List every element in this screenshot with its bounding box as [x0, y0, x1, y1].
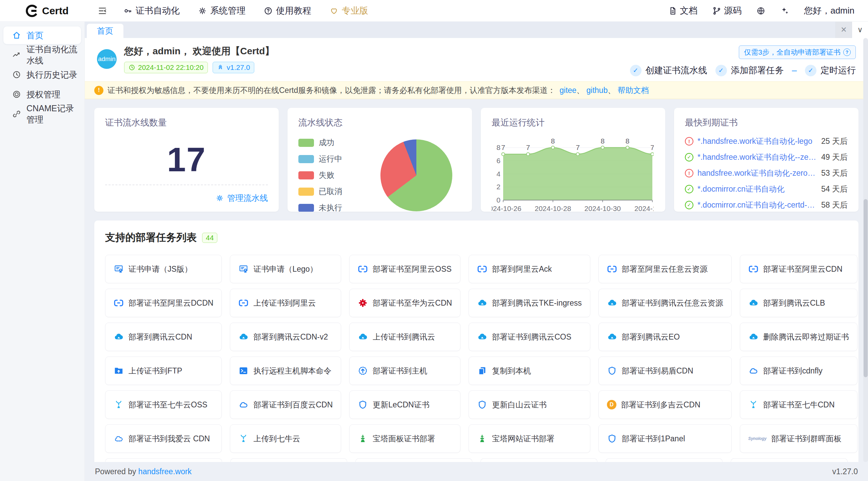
task-card-33[interactable]: 宝塔网站证书部署 [469, 424, 590, 453]
sidebar-item-0[interactable]: 首页 [3, 26, 81, 44]
version-badge: v1.27.0 [213, 62, 254, 73]
task-card-4[interactable]: 部署至阿里云任意云资源 [598, 255, 732, 283]
user-greeting[interactable]: 您好，admin [804, 5, 854, 17]
task-card-10[interactable]: 部署证书到腾讯云任意云资源 [598, 289, 732, 317]
sidebar-item-1[interactable]: 证书自动化流水线 [3, 46, 81, 64]
help-circle-icon: ? [843, 49, 851, 56]
scrollbar[interactable] [863, 38, 868, 462]
legend-item-2[interactable]: 失败 [298, 170, 342, 180]
expiring-cert-row-3: ✓ *.docmirror.cn证书自动化 54 天后 [685, 182, 848, 195]
task-card-0[interactable]: 证书申请（JS版） [105, 255, 222, 283]
task-card-2[interactable]: 部署证书至阿里云OSS [349, 255, 460, 283]
cert-name-link[interactable]: *.handsfree.work证书自动化--zerossl [697, 152, 816, 162]
task-card-26[interactable]: 更新LeCDN证书 [349, 390, 460, 419]
menu-collapse-icon[interactable] [98, 6, 107, 16]
nav-item-1[interactable]: 系统管理 [198, 5, 245, 17]
task-card-12[interactable]: 部署到腾讯云CDN [105, 323, 222, 351]
nav-item-3[interactable]: 专业版 [330, 5, 368, 17]
quickstart-promo-button[interactable]: 仅需3步，全自动申请部署证书 ? [739, 45, 856, 59]
sidebar-item-3[interactable]: 授权管理 [3, 85, 81, 103]
cname-icon [12, 110, 21, 118]
task-card-11[interactable]: 部署到腾讯云CLB [740, 289, 857, 317]
deploy-tasks-header: 支持的部署任务列表 44 [105, 231, 848, 245]
task-card-35[interactable]: Synology部署证书到群晖面板 [740, 424, 857, 453]
task-card-32[interactable]: 宝塔面板证书部署 [349, 424, 460, 453]
sidebar-item-2[interactable]: 执行历史记录 [3, 66, 81, 83]
task-card-14[interactable]: 上传证书到腾讯云 [349, 323, 460, 351]
cert-name-link[interactable]: *.docmirror.cn证书自动化 [697, 184, 816, 194]
aliyun-icon [358, 264, 368, 274]
deploy-tasks-clipped-row [105, 458, 848, 462]
svg-text:2: 2 [496, 183, 500, 191]
app-logo[interactable]: Certd [0, 4, 85, 18]
cert-name-link[interactable]: *.handsfree.work证书自动化-lego [697, 136, 816, 147]
task-card-17[interactable]: 删除腾讯云即将过期证书 [740, 323, 857, 351]
task-card-7[interactable]: 上传证书到阿里云 [230, 289, 341, 317]
tab-home[interactable]: 首页 [87, 24, 123, 38]
notice-link-github[interactable]: github [587, 86, 608, 95]
task-card-clipped [105, 458, 222, 462]
handsfree-link[interactable]: handsfree.work [138, 467, 192, 476]
legend-item-1[interactable]: 运行中 [298, 154, 342, 164]
nav-right-item-3[interactable] [780, 6, 789, 15]
task-card-31[interactable]: 上传到七牛云 [230, 424, 341, 453]
task-card-13[interactable]: 部署到腾讯云CDN-v2 [230, 323, 341, 351]
svg-text:2024-10-30: 2024-10-30 [585, 205, 621, 212]
cert-name-link[interactable]: handsfree.work证书自动化-zerossl [697, 168, 816, 178]
task-card-5[interactable]: 部署证书至阿里云CDN [740, 255, 857, 283]
quickstart-step-0: ✓创建证书流水线 [630, 64, 707, 76]
task-card-19[interactable]: 执行远程主机脚本命令 [230, 357, 341, 385]
svg-text:2024-10-28: 2024-10-28 [535, 205, 571, 212]
legend-item-3[interactable]: 已取消 [298, 186, 342, 197]
task-card-8[interactable]: 部署证书至华为云CDN [349, 289, 460, 317]
task-card-21[interactable]: 复制到本机 [469, 357, 590, 385]
svg-text:7: 7 [650, 143, 654, 151]
task-card-22[interactable]: 部署证书到易盾CDN [598, 357, 732, 385]
top-nav: 证书自动化系统管理使用教程专业版 [123, 5, 668, 17]
legend-swatch [298, 155, 314, 163]
task-card-28[interactable]: D部署证书到多吉云CDN [598, 390, 732, 419]
security-notice-bar: ! 证书和授权为敏感信息，不要使用来历不明的在线Certd服务和镜像，以免泄露；… [85, 81, 868, 99]
expiring-cert-row-0: ! *.handsfree.work证书自动化-lego 25 天后 [685, 135, 848, 148]
task-card-27[interactable]: 更新白山云证书 [469, 390, 590, 419]
task-card-18[interactable]: 上传证书到FTP [105, 357, 222, 385]
nav-item-2[interactable]: 使用教程 [264, 5, 311, 17]
welcome-right: 仅需3步，全自动申请部署证书 ? ✓创建证书流水线✓添加部署任务–✓定时运行 [630, 44, 856, 74]
home-icon [12, 31, 21, 40]
notice-link-gitee[interactable]: gitee [559, 86, 576, 95]
tab-list-button[interactable]: ∨ [852, 22, 868, 38]
nav-right-item-2[interactable] [756, 6, 765, 15]
pie-legend: 成功运行中失败已取消未执行 [298, 137, 342, 212]
task-card-29[interactable]: 部署证书至七牛CDN [740, 390, 857, 419]
task-card-6[interactable]: 部署证书至阿里云DCDN [105, 289, 222, 317]
manage-pipelines-link[interactable]: 管理流水线 [216, 193, 268, 204]
task-card-1[interactable]: 证书申请（Lego） [230, 255, 341, 283]
content-scroll[interactable]: admin 您好，admin， 欢迎使用【Certd】 2024-11-02 2… [85, 38, 868, 462]
pipeline-count-card: 证书流水线数量 17 管理流水线 [94, 108, 279, 212]
task-card-30[interactable]: 部署证书到我爱云 CDN [105, 424, 222, 453]
tencent-icon [477, 332, 487, 342]
task-card-23[interactable]: 部署证书到cdnfly [740, 357, 857, 385]
check-circle-icon: ✓ [685, 185, 693, 193]
task-card-15[interactable]: 部署证书到腾讯云COS [469, 323, 590, 351]
nav-item-0[interactable]: 证书自动化 [123, 5, 180, 17]
copy-icon [477, 366, 487, 376]
task-card-16[interactable]: 部署到腾讯云EO [598, 323, 732, 351]
task-card-9[interactable]: 部署到腾讯云TKE-ingress [469, 289, 590, 317]
nav-right-item-0[interactable]: 文档 [668, 5, 697, 17]
sidebar-item-4[interactable]: CNAME记录管理 [3, 105, 81, 123]
tencent-icon [607, 332, 617, 342]
tab-close-button[interactable]: ✕ [835, 22, 852, 38]
task-card-34[interactable]: 部署证书到1Panel [598, 424, 732, 453]
nav-right-item-1[interactable]: 源码 [712, 5, 742, 17]
legend-item-4[interactable]: 未执行 [298, 203, 342, 212]
cert-name-link[interactable]: *.docmirror.cn证书自动化-certd-doc [697, 200, 816, 210]
task-card-24[interactable]: 部署证书至七牛云OSS [105, 390, 222, 419]
task-card-3[interactable]: 部署到阿里云Ack [469, 255, 590, 283]
task-card-20[interactable]: 部署证书到主机 [349, 357, 460, 385]
scrollbar-thumb[interactable] [864, 199, 868, 377]
notice-link-帮助文档[interactable]: 帮助文档 [618, 86, 649, 95]
legend-item-0[interactable]: 成功 [298, 137, 342, 148]
avatar[interactable]: admin [97, 49, 117, 69]
task-card-25[interactable]: 部署证书到百度云CDN [230, 390, 341, 419]
